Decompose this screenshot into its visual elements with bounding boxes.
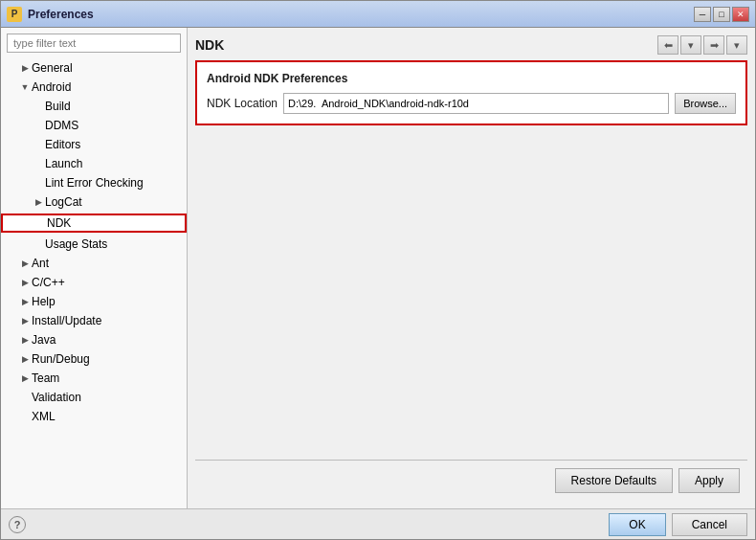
sidebar-label-logcat: LogCat	[45, 195, 82, 209]
ndk-preferences-box: Android NDK Preferences NDK Location Bro…	[195, 60, 747, 125]
sidebar-label-xml: XML	[32, 410, 56, 423]
nav-forward-button[interactable]: ➡	[703, 35, 724, 55]
sidebar-item-editors[interactable]: ▶ Editors	[1, 135, 187, 154]
dialog-title: Preferences	[28, 8, 694, 21]
expand-icon-logcat: ▶	[32, 195, 45, 209]
nav-buttons: ⬅ ▾ ➡ ▾	[657, 35, 747, 55]
panel-header: NDK ⬅ ▾ ➡ ▾	[195, 35, 747, 55]
ndk-box-title: Android NDK Preferences	[207, 72, 736, 85]
ndk-location-input[interactable]	[283, 93, 669, 114]
sidebar-item-ddms[interactable]: ▶ DDMS	[1, 116, 187, 135]
ndk-location-row: NDK Location Browse...	[207, 93, 736, 114]
sidebar-label-usage-stats: Usage Stats	[45, 237, 107, 251]
filter-input[interactable]	[7, 34, 181, 53]
restore-defaults-button[interactable]: Restore Defaults	[555, 468, 673, 493]
expand-icon-android: ▼	[18, 80, 32, 94]
close-button[interactable]: ✕	[732, 7, 749, 22]
footer-buttons: OK Cancel	[609, 513, 747, 536]
expand-icon-install-update: ▶	[18, 314, 32, 327]
titlebar-buttons: ─ □ ✕	[694, 7, 749, 22]
sidebar-label-help: Help	[32, 295, 56, 308]
nav-dropdown2-button[interactable]: ▾	[726, 35, 747, 55]
sidebar-label-ant: Ant	[32, 257, 49, 270]
sidebar-item-validation[interactable]: ▶ Validation	[1, 388, 187, 407]
expand-icon-team: ▶	[18, 371, 32, 385]
sidebar-item-help[interactable]: ▶ Help	[1, 292, 187, 311]
sidebar-item-team[interactable]: ▶ Team	[1, 369, 187, 388]
panel-title: NDK	[195, 37, 224, 53]
expand-icon-cpp: ▶	[18, 276, 32, 289]
preferences-dialog: P Preferences ─ □ ✕ ▶ General ▼	[0, 0, 756, 540]
sidebar-item-build[interactable]: ▶ Build	[1, 97, 187, 116]
sidebar-label-team: Team	[32, 371, 59, 385]
sidebar-label-run-debug: Run/Debug	[32, 352, 90, 366]
expand-icon-general: ▶	[18, 61, 32, 75]
bottom-action-buttons: Restore Defaults Apply	[195, 460, 747, 501]
sidebar: ▶ General ▼ Android ▶ Build	[1, 28, 188, 508]
sidebar-label-cpp: C/C++	[32, 276, 65, 289]
sidebar-item-android[interactable]: ▼ Android	[1, 78, 187, 97]
ok-button[interactable]: OK	[609, 513, 665, 536]
content-area: ▶ General ▼ Android ▶ Build	[1, 28, 755, 508]
expand-icon-run-debug: ▶	[18, 352, 32, 366]
sidebar-item-cpp[interactable]: ▶ C/C++	[1, 273, 187, 292]
sidebar-item-lint[interactable]: ▶ Lint Error Checking	[1, 173, 187, 192]
ndk-location-label: NDK Location	[207, 97, 278, 110]
titlebar: P Preferences ─ □ ✕	[1, 1, 755, 28]
sidebar-item-launch[interactable]: ▶ Launch	[1, 154, 187, 173]
nav-back-button[interactable]: ⬅	[657, 35, 678, 55]
footer: ? OK Cancel	[1, 508, 755, 539]
sidebar-item-logcat[interactable]: ▶ LogCat	[1, 192, 187, 212]
sidebar-item-ndk[interactable]: ▶ NDK	[1, 212, 187, 235]
help-icon[interactable]: ?	[9, 516, 26, 533]
sidebar-label-editors: Editors	[45, 138, 80, 151]
sidebar-item-xml[interactable]: ▶ XML	[1, 407, 187, 426]
apply-button[interactable]: Apply	[678, 468, 740, 493]
sidebar-item-install-update[interactable]: ▶ Install/Update	[1, 311, 187, 330]
sidebar-label-ndk: NDK	[47, 216, 71, 230]
maximize-button[interactable]: □	[713, 7, 730, 22]
nav-dropdown-button[interactable]: ▾	[680, 35, 701, 55]
sidebar-item-ant[interactable]: ▶ Ant	[1, 254, 187, 273]
sidebar-label-java: Java	[32, 333, 56, 347]
expand-icon-ant: ▶	[18, 257, 32, 270]
sidebar-item-general[interactable]: ▶ General	[1, 58, 187, 78]
sidebar-label-install-update: Install/Update	[32, 314, 101, 327]
expand-icon-java: ▶	[18, 333, 32, 347]
sidebar-item-run-debug[interactable]: ▶ Run/Debug	[1, 349, 187, 369]
sidebar-item-usage-stats[interactable]: ▶ Usage Stats	[1, 235, 187, 254]
minimize-button[interactable]: ─	[694, 7, 711, 22]
sidebar-label-launch: Launch	[45, 157, 82, 170]
sidebar-label-general: General	[32, 61, 73, 75]
sidebar-item-java[interactable]: ▶ Java	[1, 330, 187, 349]
sidebar-label-validation: Validation	[32, 391, 81, 404]
browse-button[interactable]: Browse...	[675, 93, 736, 114]
sidebar-label-build: Build	[45, 100, 71, 113]
sidebar-label-android: Android	[32, 80, 71, 94]
cancel-button[interactable]: Cancel	[672, 513, 747, 536]
main-panel: NDK ⬅ ▾ ➡ ▾ Android NDK Preferences NDK …	[188, 28, 755, 508]
expand-icon-help: ▶	[18, 295, 32, 308]
sidebar-label-lint: Lint Error Checking	[45, 176, 144, 190]
sidebar-label-ddms: DDMS	[45, 119, 78, 132]
dialog-icon: P	[7, 7, 22, 22]
